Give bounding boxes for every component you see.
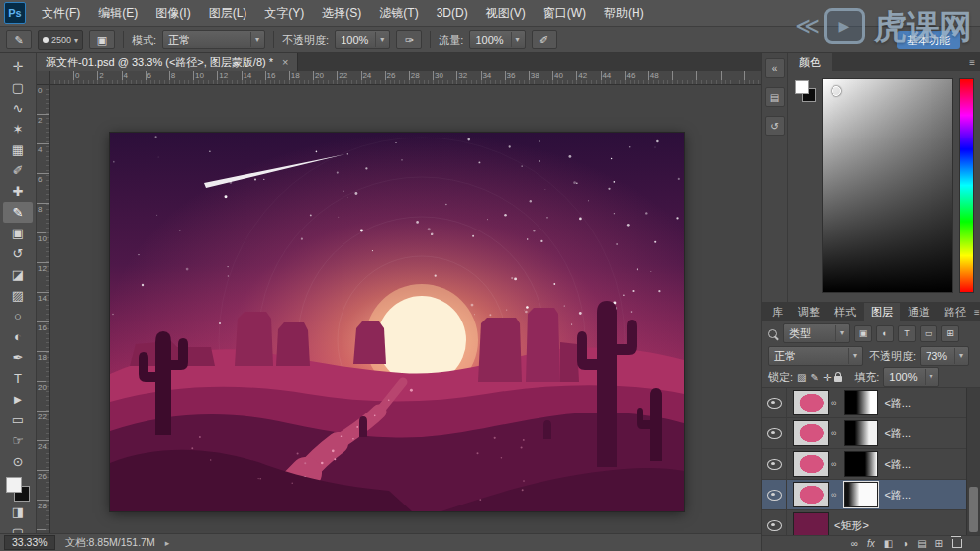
opacity-dropdown[interactable]: 100% ▾	[335, 30, 390, 49]
foreground-color-swatch[interactable]	[795, 80, 809, 94]
layer-mask-thumbnail[interactable]	[844, 390, 878, 415]
menu-item-3[interactable]: 图层(L)	[200, 1, 256, 26]
airbrush-button[interactable]: ✐	[532, 30, 557, 49]
layer-thumbnail[interactable]	[793, 451, 829, 477]
layer-row[interactable]: <矩形>	[762, 510, 980, 535]
filter-pixel-layers-icon[interactable]: ▣	[854, 325, 872, 342]
tab-样式[interactable]: 样式	[828, 303, 863, 321]
marquee-tool[interactable]: ▢	[3, 77, 33, 98]
adjustment-layer-icon[interactable]: ◑	[902, 538, 908, 549]
fill-dropdown[interactable]: 100% ▾	[883, 367, 938, 387]
layer-row[interactable]: ∞ <路...	[762, 449, 980, 480]
layers-scrollbar[interactable]	[966, 388, 980, 535]
filter-shape-layers-icon[interactable]: ▭	[920, 325, 937, 342]
visibility-toggle[interactable]	[762, 480, 787, 509]
layer-mask-thumbnail[interactable]	[844, 451, 878, 477]
menu-item-1[interactable]: 编辑(E)	[89, 1, 147, 26]
tab-通道[interactable]: 通道	[901, 303, 936, 321]
crop-tool[interactable]: ▦	[3, 139, 33, 160]
layer-mask-thumbnail[interactable]	[844, 420, 878, 446]
layer-thumbnail[interactable]	[793, 512, 829, 535]
layer-thumbnail[interactable]	[793, 390, 829, 415]
menu-item-7[interactable]: 3D(D)	[428, 1, 477, 26]
scrollbar-thumb[interactable]	[969, 487, 978, 532]
visibility-toggle[interactable]	[762, 449, 787, 479]
move-tool[interactable]: ✛	[3, 56, 33, 77]
canvas-artwork[interactable]	[110, 133, 684, 511]
tool-preset-picker[interactable]: ✎	[6, 30, 32, 49]
pressure-opacity-button[interactable]: ✑	[396, 30, 422, 49]
visibility-toggle[interactable]	[762, 510, 787, 535]
gradient-tool[interactable]: ▨	[3, 285, 33, 306]
type-tool[interactable]: T	[3, 368, 33, 389]
link-layers-icon[interactable]: ∞	[851, 538, 858, 549]
panel-menu-icon[interactable]: ≡	[974, 307, 980, 318]
lock-transparency-icon[interactable]: ▨	[797, 372, 806, 383]
color-cursor[interactable]	[832, 86, 841, 96]
visibility-toggle[interactable]	[762, 418, 787, 448]
menu-item-4[interactable]: 文字(Y)	[255, 1, 313, 26]
layer-name[interactable]: <路...	[884, 396, 911, 411]
layer-opacity-dropdown[interactable]: 73% ▾	[920, 346, 969, 366]
filter-type-dropdown[interactable]: 类型 ▾	[783, 323, 850, 343]
shape-tool[interactable]: ▭	[3, 410, 33, 430]
history-brush-tool[interactable]: ↺	[3, 243, 33, 264]
history-panel-icon[interactable]: ↺	[765, 116, 785, 136]
lock-position-icon[interactable]: ✛	[823, 372, 831, 383]
spot-healing-tool[interactable]: ✚	[3, 181, 33, 202]
blur-tool[interactable]: ○	[3, 306, 33, 326]
brush-preset-picker[interactable]: 2500 ▾	[38, 30, 83, 50]
hue-slider[interactable]	[959, 78, 974, 293]
pen-tool[interactable]: ✒	[3, 347, 33, 368]
lock-pixels-icon[interactable]: ✎	[811, 372, 819, 383]
zoom-level-field[interactable]: 33.33%	[4, 535, 55, 550]
menu-item-9[interactable]: 窗口(W)	[535, 1, 595, 26]
document-tab[interactable]: 源文件-01.psd @ 33.3% (<路径>, 图层蒙版/8) * ×	[37, 53, 298, 71]
filter-adjustment-layers-icon[interactable]: ◐	[876, 325, 894, 342]
layer-name[interactable]: <矩形>	[834, 518, 869, 533]
layer-thumbnail[interactable]	[793, 420, 829, 446]
layer-row[interactable]: ∞ <路...	[762, 388, 980, 418]
toggle-brush-panel-button[interactable]: ▣	[89, 30, 115, 49]
layer-thumbnail[interactable]	[793, 482, 829, 507]
filter-smart-objects-icon[interactable]: ⊞	[941, 325, 959, 342]
layer-style-icon[interactable]: fx	[867, 538, 875, 549]
eraser-tool[interactable]: ◪	[3, 264, 33, 285]
menu-item-5[interactable]: 选择(S)	[313, 1, 370, 26]
close-icon[interactable]: ×	[282, 56, 288, 68]
add-mask-icon[interactable]: ◧	[884, 538, 893, 549]
layer-mask-thumbnail[interactable]	[844, 482, 878, 507]
tab-color[interactable]: 颜色	[788, 53, 832, 71]
menu-item-0[interactable]: 文件(F)	[33, 1, 89, 26]
menu-item-10[interactable]: 帮助(H)	[595, 1, 653, 26]
status-arrow-icon[interactable]: ▸	[165, 538, 170, 548]
quick-selection-tool[interactable]: ✶	[3, 119, 33, 139]
tab-路径[interactable]: 路径	[937, 303, 973, 321]
zoom-tool[interactable]: ⊙	[3, 451, 33, 472]
new-group-icon[interactable]: ▤	[917, 538, 926, 549]
color-swatches[interactable]	[5, 477, 31, 502]
layer-name[interactable]: <路...	[884, 426, 911, 441]
hand-tool[interactable]: ☞	[3, 430, 33, 451]
saturation-brightness-field[interactable]	[822, 78, 953, 293]
menu-item-6[interactable]: 滤镜(T)	[370, 1, 427, 26]
blend-mode-dropdown[interactable]: 正常 ▾	[162, 30, 265, 49]
lock-all-icon[interactable]	[834, 376, 842, 382]
fg-bg-swatches[interactable]	[794, 78, 816, 293]
layer-name[interactable]: <路...	[884, 488, 911, 503]
libraries-panel-icon[interactable]: ▤	[765, 87, 785, 107]
tab-图层[interactable]: 图层	[864, 303, 900, 321]
pasteboard[interactable]	[49, 84, 761, 533]
tab-库[interactable]: 库	[765, 303, 790, 321]
visibility-toggle[interactable]	[762, 388, 787, 417]
delete-layer-icon[interactable]	[952, 539, 962, 548]
flow-dropdown[interactable]: 100% ▾	[469, 30, 525, 49]
new-layer-icon[interactable]: ⊞	[935, 538, 943, 549]
filter-type-layers-icon[interactable]: T	[898, 325, 916, 342]
layer-name[interactable]: <路...	[884, 457, 911, 472]
workspace-button[interactable]: 基本功能	[897, 31, 960, 49]
tab-调整[interactable]: 调整	[791, 303, 827, 321]
eyedropper-tool[interactable]: ✐	[3, 160, 33, 181]
layer-blend-mode-dropdown[interactable]: 正常 ▾	[768, 346, 863, 366]
layer-row-selected[interactable]: ∞ <路...	[762, 480, 980, 510]
